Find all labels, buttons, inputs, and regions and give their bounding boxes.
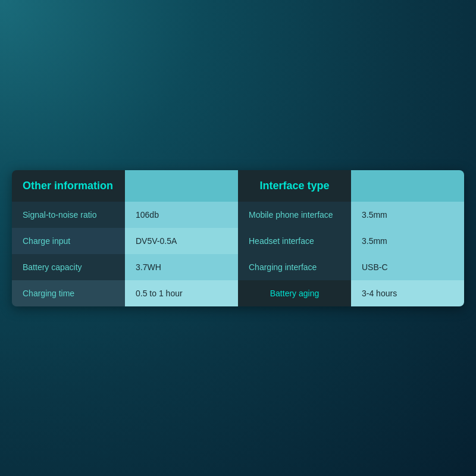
value-snr: 106db — [125, 202, 238, 228]
value-headset-interface: 3.5mm — [351, 228, 464, 254]
spec-table-wrapper: Other information Interface type Signal-… — [12, 170, 464, 306]
header-right-empty — [351, 170, 464, 202]
value-charging-interface: USB-C — [351, 254, 464, 280]
label-charge-input: Charge input — [12, 228, 125, 254]
label-headset-interface: Headset interface — [238, 228, 351, 254]
header-interface-type: Interface type — [238, 170, 351, 202]
label-charging-time: Charging time — [12, 280, 125, 306]
label-battery-capacity: Battery capacity — [12, 254, 125, 280]
header-row: Other information Interface type — [12, 170, 464, 202]
value-charging-time: 0.5 to 1 hour — [125, 280, 238, 306]
header-mid-empty — [125, 170, 238, 202]
label-charging-interface: Charging interface — [238, 254, 351, 280]
table-row: Charging time 0.5 to 1 hour Battery agin… — [12, 280, 464, 306]
spec-table: Other information Interface type Signal-… — [12, 170, 464, 306]
label-battery-aging: Battery aging — [238, 280, 351, 306]
value-mobile-interface: 3.5mm — [351, 202, 464, 228]
label-mobile-interface: Mobile phone interface — [238, 202, 351, 228]
label-snr: Signal-to-noise ratio — [12, 202, 125, 228]
value-charge-input: DV5V-0.5A — [125, 228, 238, 254]
header-other-info: Other information — [12, 170, 125, 202]
value-battery-capacity: 3.7WH — [125, 254, 238, 280]
table-row: Charge input DV5V-0.5A Headset interface… — [12, 228, 464, 254]
value-battery-aging: 3-4 hours — [351, 280, 464, 306]
table-row: Battery capacity 3.7WH Charging interfac… — [12, 254, 464, 280]
table-row: Signal-to-noise ratio 106db Mobile phone… — [12, 202, 464, 228]
